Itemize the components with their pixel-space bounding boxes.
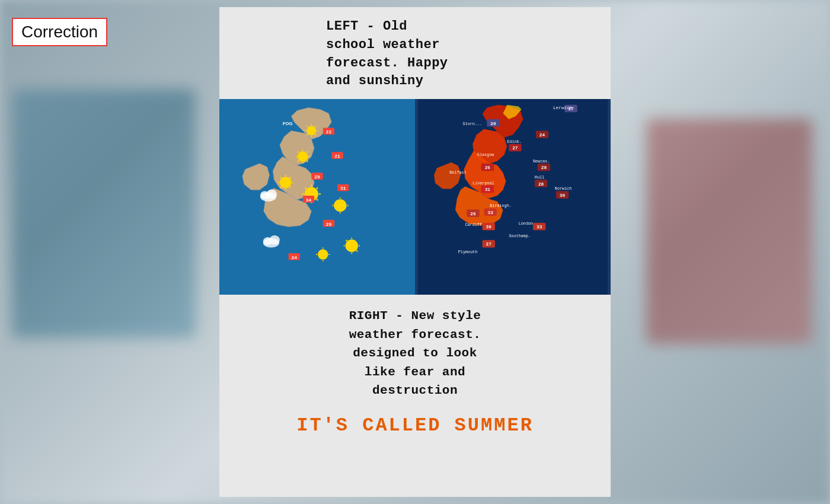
correction-box: Correction bbox=[12, 18, 107, 46]
svg-line-15 bbox=[307, 134, 308, 135]
svg-text:FOG: FOG bbox=[283, 121, 293, 126]
svg-point-48 bbox=[346, 240, 358, 252]
map-right-svg: 17 Lerwick Storn... 20 24 27 Edinb. Glas… bbox=[415, 99, 611, 295]
svg-text:24: 24 bbox=[292, 256, 298, 260]
svg-text:Norwich: Norwich bbox=[555, 187, 572, 192]
svg-text:Hull: Hull bbox=[535, 175, 544, 180]
svg-text:34: 34 bbox=[306, 198, 312, 203]
svg-text:33: 33 bbox=[537, 225, 542, 230]
svg-line-23 bbox=[307, 152, 308, 153]
svg-text:33: 33 bbox=[487, 210, 493, 215]
svg-line-21 bbox=[298, 152, 299, 153]
bottom-text-content: RIGHT - New style weather forecast. desi… bbox=[243, 307, 587, 400]
svg-text:26: 26 bbox=[485, 166, 491, 171]
bottom-description: RIGHT - New style weather forecast. desi… bbox=[219, 295, 611, 406]
svg-text:30: 30 bbox=[486, 225, 492, 230]
svg-text:28: 28 bbox=[538, 182, 544, 187]
svg-text:22: 22 bbox=[326, 130, 332, 135]
top-text-content: LEFT - Old school weather forecast. Happ… bbox=[326, 18, 587, 91]
svg-point-55 bbox=[318, 250, 328, 260]
correction-label: Correction bbox=[21, 23, 98, 41]
svg-text:Southamp.: Southamp. bbox=[509, 234, 531, 238]
svg-line-53 bbox=[346, 240, 347, 241]
bg-left-decoration bbox=[12, 89, 196, 338]
main-card: LEFT - Old school weather forecast. Happ… bbox=[219, 7, 611, 497]
svg-point-25 bbox=[280, 177, 291, 188]
svg-point-7 bbox=[307, 126, 317, 136]
svg-text:Newcas.: Newcas. bbox=[533, 159, 550, 164]
bottom-banner: IT'S CALLED SUMMER bbox=[219, 406, 611, 447]
svg-line-14 bbox=[315, 126, 316, 127]
top-description: LEFT - Old school weather forecast. Happ… bbox=[219, 7, 611, 99]
svg-text:Edinb.: Edinb. bbox=[507, 139, 521, 144]
svg-text:28: 28 bbox=[541, 166, 547, 171]
svg-text:Plymouth: Plymouth bbox=[458, 250, 478, 254]
svg-text:London: London bbox=[519, 221, 533, 226]
svg-line-24 bbox=[298, 161, 299, 162]
svg-text:29: 29 bbox=[326, 222, 332, 227]
svg-text:Storn...: Storn... bbox=[463, 122, 483, 126]
svg-point-16 bbox=[298, 152, 308, 162]
map-left-svg: FOG bbox=[219, 99, 415, 295]
svg-line-30 bbox=[280, 177, 282, 178]
svg-text:21: 21 bbox=[334, 154, 340, 159]
svg-text:20: 20 bbox=[490, 122, 496, 126]
svg-text:Lerwick: Lerwick bbox=[553, 106, 573, 111]
svg-line-32 bbox=[289, 177, 290, 178]
svg-text:Birmingh.: Birmingh. bbox=[490, 204, 512, 209]
svg-line-41 bbox=[317, 188, 318, 189]
svg-text:Glasgow: Glasgow bbox=[477, 152, 494, 157]
svg-text:Cardiff: Cardiff bbox=[465, 222, 482, 227]
svg-text:27: 27 bbox=[486, 243, 492, 247]
svg-line-13 bbox=[315, 134, 316, 135]
svg-text:30: 30 bbox=[560, 193, 566, 198]
svg-text:Liverpool: Liverpool bbox=[473, 181, 494, 186]
banner-text: IT'S CALLED SUMMER bbox=[231, 414, 599, 436]
svg-text:Belfast: Belfast bbox=[449, 170, 467, 175]
svg-line-40 bbox=[317, 199, 318, 200]
svg-text:26: 26 bbox=[470, 212, 476, 216]
svg-line-33 bbox=[280, 187, 282, 188]
svg-point-62 bbox=[267, 190, 277, 199]
maps-container: FOG bbox=[219, 99, 611, 295]
svg-line-22 bbox=[307, 161, 308, 162]
bg-right-decoration bbox=[646, 119, 812, 344]
map-left: FOG bbox=[219, 99, 415, 295]
svg-text:29: 29 bbox=[314, 175, 320, 180]
svg-line-31 bbox=[289, 187, 290, 188]
map-right: 17 Lerwick Storn... 20 24 27 Edinb. Glas… bbox=[415, 99, 611, 295]
svg-line-39 bbox=[305, 188, 307, 189]
svg-line-54 bbox=[356, 250, 357, 251]
svg-point-43 bbox=[334, 199, 346, 212]
svg-text:31: 31 bbox=[485, 187, 491, 192]
svg-text:31: 31 bbox=[340, 187, 346, 192]
svg-text:24: 24 bbox=[540, 133, 545, 138]
svg-point-65 bbox=[269, 235, 279, 245]
svg-line-12 bbox=[307, 126, 308, 127]
svg-text:27: 27 bbox=[512, 146, 518, 151]
